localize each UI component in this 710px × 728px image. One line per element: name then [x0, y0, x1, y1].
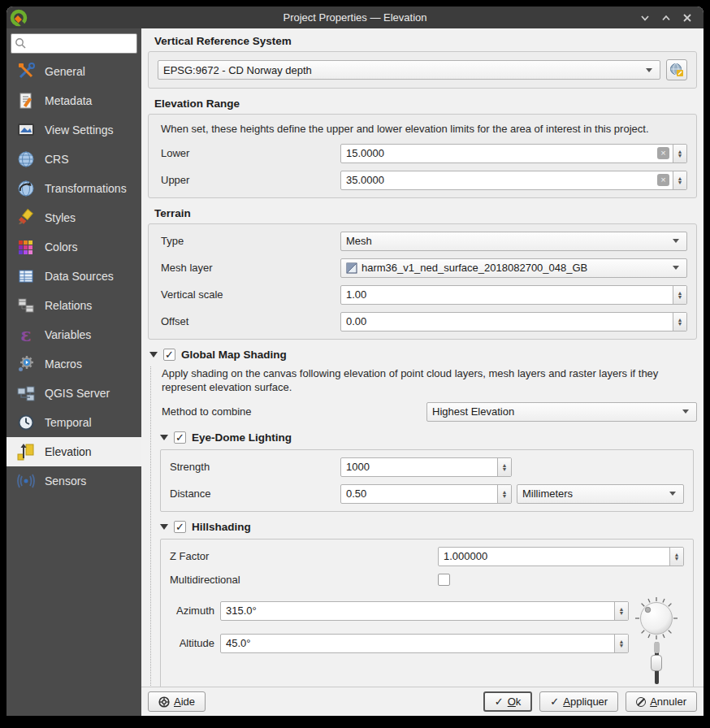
altitude-input[interactable] [221, 637, 614, 649]
offset-spin-buttons[interactable]: ▲▼ [673, 313, 686, 331]
cancel-icon [636, 697, 646, 707]
method-to-combine-label: Method to combine [158, 405, 426, 418]
terrain-type-label: Type [158, 235, 340, 247]
distance-unit-combobox[interactable]: Millimeters [517, 484, 684, 504]
lower-spin-buttons[interactable]: ▲▼ [673, 145, 686, 162]
crs-globe-icon [16, 150, 36, 169]
azimuth-input[interactable] [221, 604, 614, 617]
offset-input[interactable] [341, 315, 673, 327]
global-map-shading-checkbox[interactable]: ✓ [163, 349, 175, 361]
upper-input[interactable] [341, 174, 657, 186]
eye-dome-lighting-checkbox[interactable]: ✓ [174, 431, 186, 444]
search-input[interactable] [11, 33, 137, 54]
sidebar-item-elevation[interactable]: Elevation [6, 437, 141, 466]
help-button-label: Aide [174, 696, 195, 708]
sidebar-item-temporal[interactable]: Temporal [6, 408, 141, 437]
lower-input[interactable] [341, 147, 657, 159]
multidirectional-checkbox[interactable] [438, 574, 450, 586]
general-tools-icon [16, 62, 36, 81]
global-map-shading-title: Global Map Shading [181, 349, 287, 361]
window-title: Project Properties — Elevation [6, 11, 704, 24]
project-properties-dialog: Project Properties — Elevation General [6, 6, 704, 716]
sidebar-item-label: QGIS Server [45, 387, 110, 400]
strength-spin-buttons[interactable]: ▲▼ [497, 458, 511, 476]
vertical-scale-input[interactable] [341, 288, 673, 301]
chevron-down-icon [646, 68, 652, 72]
elevation-arrow-icon [16, 442, 36, 462]
terrain-type-combobox[interactable]: Mesh [340, 232, 687, 251]
vrs-combobox[interactable]: EPSG:9672 - CD Norway depth [158, 60, 660, 80]
clear-icon[interactable]: × [657, 147, 669, 159]
apply-button[interactable]: ✓ Appliquer [539, 691, 618, 712]
minimize-button[interactable] [637, 10, 653, 26]
vertical-scale-spinbox[interactable]: ▲▼ [340, 285, 687, 305]
sidebar-item-label: Elevation [45, 445, 92, 458]
hillshading-checkbox[interactable]: ✓ [174, 521, 186, 533]
chevron-down-icon [673, 239, 679, 243]
z-factor-spin-buttons[interactable]: ▲▼ [669, 548, 683, 566]
lower-label: Lower [158, 147, 340, 159]
sidebar-item-data-sources[interactable]: Data Sources [6, 262, 141, 291]
azimuth-spinbox[interactable]: ▲▼ [220, 601, 629, 621]
clear-icon[interactable]: × [657, 174, 669, 186]
azimuth-dial[interactable] [633, 595, 680, 642]
z-factor-spinbox[interactable]: ▲▼ [438, 547, 684, 566]
sidebar-item-metadata[interactable]: Metadata [6, 86, 141, 115]
select-crs-button[interactable] [666, 59, 687, 80]
upper-spin-buttons[interactable]: ▲▼ [673, 171, 686, 189]
altitude-spinbox[interactable]: ▲▼ [220, 634, 629, 653]
variables-epsilon-icon: ε [16, 325, 36, 344]
global-map-shading-body: Apply shading on the canvas following el… [150, 366, 697, 687]
sidebar-item-relations[interactable]: Relations [6, 291, 141, 320]
view-settings-icon [16, 120, 36, 140]
altitude-slider[interactable] [648, 642, 665, 684]
styles-brush-icon [16, 208, 36, 228]
sidebar-item-label: Styles [45, 211, 76, 224]
strength-spinbox[interactable]: ▲▼ [340, 457, 512, 477]
relations-tables-icon [16, 296, 36, 315]
multidirectional-label: Multidirectional [170, 574, 438, 586]
method-to-combine-combobox[interactable]: Highest Elevation [426, 402, 697, 422]
azimuth-spin-buttons[interactable]: ▲▼ [614, 602, 628, 620]
vertical-scale-spin-buttons[interactable]: ▲▼ [673, 286, 686, 304]
sidebar-item-variables[interactable]: ε Variables [6, 320, 141, 349]
distance-spin-buttons[interactable]: ▲▼ [497, 485, 511, 503]
sidebar-item-crs[interactable]: CRS [6, 145, 141, 174]
sidebar-item-general[interactable]: General [6, 57, 141, 86]
sidebar-item-macros[interactable]: Macros [6, 349, 141, 379]
sidebar-item-sensors[interactable]: Sensors [6, 466, 141, 496]
sidebar-item-label: CRS [45, 153, 69, 166]
cancel-button[interactable]: Annuler [626, 691, 697, 712]
collapse-triangle-icon[interactable] [160, 524, 168, 530]
sidebar-item-transformations[interactable]: Transformations [6, 174, 141, 203]
distance-input[interactable] [341, 488, 497, 500]
close-icon [682, 13, 692, 23]
z-factor-input[interactable] [439, 550, 669, 562]
help-button[interactable]: Aide [148, 691, 206, 712]
sidebar-item-label: Colors [45, 240, 77, 254]
mesh-layer-combobox[interactable]: harm36_v1_ned_surface_2018082700_048_GB [340, 258, 687, 278]
transformations-globe-icon [16, 179, 36, 198]
elevation-range-heading: Elevation Range [154, 98, 697, 110]
altitude-spin-buttons[interactable]: ▲▼ [614, 635, 628, 652]
search-icon [15, 37, 27, 50]
maximize-button[interactable] [658, 10, 674, 26]
distance-spinbox[interactable]: ▲▼ [340, 484, 512, 504]
sidebar-item-styles[interactable]: Styles [6, 203, 141, 232]
eye-dome-lighting-box: Strength ▲▼ Distance ▲▼ [160, 449, 694, 512]
collapse-triangle-icon[interactable] [149, 352, 158, 358]
close-button[interactable] [679, 10, 695, 26]
lower-spinbox[interactable]: × ▲▼ [340, 144, 687, 163]
sidebar-item-colors[interactable]: Colors [6, 232, 141, 262]
distance-unit-value: Millimeters [517, 488, 665, 500]
global-map-shading-description: Apply shading on the canvas following el… [158, 366, 695, 395]
sidebar-item-qgis-server[interactable]: QGIS Server [6, 379, 141, 408]
strength-input[interactable] [341, 461, 497, 473]
upper-spinbox[interactable]: × ▲▼ [340, 171, 687, 190]
slider-handle[interactable] [651, 655, 662, 671]
offset-spinbox[interactable]: ▲▼ [340, 312, 687, 332]
sidebar-item-view-settings[interactable]: View Settings [6, 115, 141, 145]
mesh-layer-value: harm36_v1_ned_surface_2018082700_048_GB [361, 262, 587, 274]
ok-button[interactable]: ✓ Ok [483, 691, 533, 712]
collapse-triangle-icon[interactable] [160, 435, 168, 440]
